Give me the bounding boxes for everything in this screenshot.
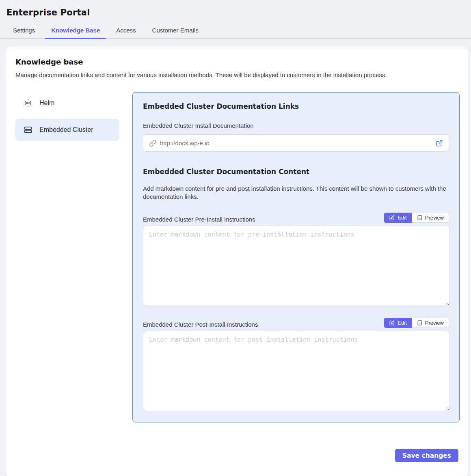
- install-doc-input-wrap: [143, 134, 449, 152]
- server-stack-icon: [24, 125, 32, 134]
- page-title: Enterprise Portal: [6, 8, 471, 17]
- card-description: Manage documentation links and content f…: [15, 71, 458, 78]
- content-section-title: Embedded Cluster Documentation Content: [143, 168, 449, 176]
- post-install-label: Embedded Cluster Post-Install Instructio…: [143, 321, 258, 328]
- page-header: Enterprise Portal Settings Knowledge Bas…: [0, 0, 471, 39]
- install-doc-input[interactable]: [160, 140, 436, 146]
- post-install-preview-button[interactable]: Preview: [412, 318, 449, 328]
- pre-install-mode-toggle: Edit Preview: [384, 213, 449, 223]
- tab-access[interactable]: Access: [110, 23, 142, 38]
- tab-settings[interactable]: Settings: [6, 23, 41, 38]
- pre-install-preview-button[interactable]: Preview: [412, 213, 449, 223]
- card-title: Knowledge base: [15, 58, 458, 66]
- pre-install-edit-button[interactable]: Edit: [384, 213, 412, 223]
- pre-install-group: Embedded Cluster Pre-Install Instruction…: [143, 213, 449, 306]
- sidebar-item-embedded-cluster[interactable]: Embedded Cluster: [15, 119, 119, 141]
- embedded-cluster-panel: Embedded Cluster Documentation Links Emb…: [132, 92, 460, 422]
- pre-install-label: Embedded Cluster Pre-Install Instruction…: [143, 216, 255, 223]
- edit-pencil-icon: [389, 320, 395, 325]
- pre-install-textarea[interactable]: [143, 226, 450, 306]
- svg-text:HELM: HELM: [25, 102, 31, 104]
- content-section-description: Add markdown content for pre and post in…: [143, 185, 447, 201]
- post-install-edit-button[interactable]: Edit: [384, 318, 412, 328]
- install-method-list: HELM Helm Embedded Cluster: [15, 92, 119, 146]
- edit-pencil-icon: [389, 215, 395, 220]
- post-install-mode-toggle: Edit Preview: [384, 318, 449, 328]
- book-icon: [417, 320, 422, 325]
- helm-icon: HELM: [24, 99, 32, 108]
- save-changes-button[interactable]: Save changes: [395, 449, 458, 462]
- tab-knowledge-base[interactable]: Knowledge Base: [45, 23, 106, 38]
- post-install-textarea[interactable]: [143, 331, 450, 411]
- book-icon: [417, 215, 422, 220]
- install-doc-label: Embedded Cluster Install Documentation: [143, 122, 449, 129]
- sidebar-item-label: Helm: [39, 99, 54, 107]
- sidebar-item-helm[interactable]: HELM Helm: [15, 92, 119, 114]
- tab-customer-emails[interactable]: Customer Emails: [146, 23, 205, 38]
- sidebar-item-label: Embedded Cluster: [39, 126, 93, 134]
- post-install-group: Embedded Cluster Post-Install Instructio…: [143, 318, 449, 411]
- knowledge-base-card: Knowledge base Manage documentation link…: [6, 47, 468, 476]
- external-link-icon[interactable]: [436, 140, 443, 147]
- links-section-title: Embedded Cluster Documentation Links: [143, 102, 449, 110]
- link-icon: [149, 140, 156, 147]
- tab-bar: Settings Knowledge Base Access Customer …: [0, 23, 471, 39]
